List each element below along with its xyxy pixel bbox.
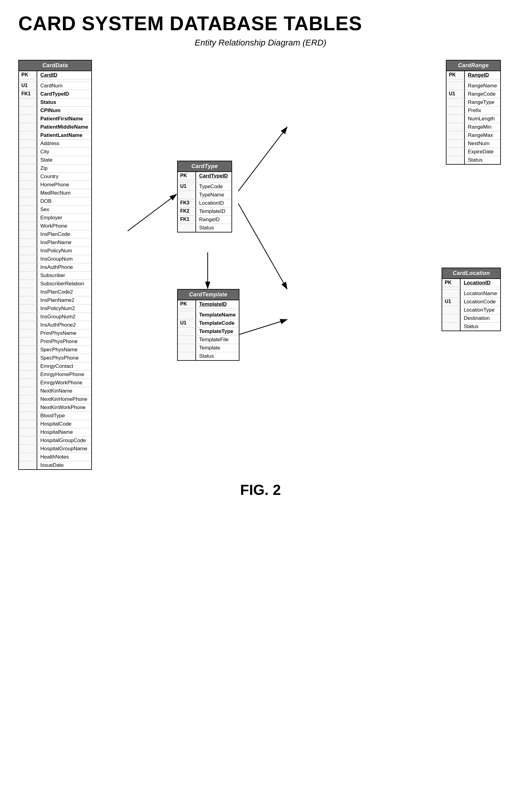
card-location-header: CardLocation — [442, 268, 500, 279]
svg-line-2 — [128, 194, 177, 231]
svg-line-6 — [238, 319, 287, 335]
fig-label: FIG. 2 — [18, 481, 503, 498]
subtitle: Entity Relationship Diagram (ERD) — [18, 38, 503, 48]
card-template-table: CardTemplate PK TemplateID TemplateName … — [177, 289, 240, 361]
card-range-table: CardRange PK RangeID RangeName U1RangeCo… — [446, 60, 501, 165]
card-range-header: CardRange — [447, 61, 500, 71]
card-type-header: CardType — [178, 161, 231, 172]
page-title: CARD SYSTEM DATABASE TABLES — [18, 12, 503, 35]
card-template-header: CardTemplate — [178, 290, 239, 300]
card-data-header: CardData — [19, 61, 91, 71]
svg-line-3 — [238, 127, 287, 191]
card-location-table: CardLocation PK LocationID LocationName … — [441, 268, 501, 331]
erd-diagram: CardData PK CardID U1CardNum FK1CardType… — [18, 60, 501, 457]
svg-line-5 — [238, 203, 287, 289]
card-type-table: CardType PK CardTypeID U1TypeCode TypeNa… — [177, 161, 232, 232]
table-row: PK CardID — [19, 71, 91, 80]
card-data-table: CardData PK CardID U1CardNum FK1CardType… — [18, 60, 92, 470]
